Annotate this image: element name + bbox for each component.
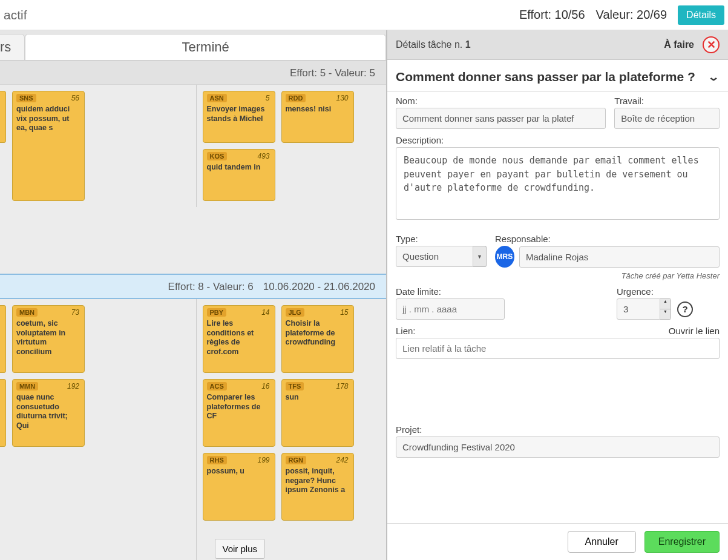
lane2-summary: Effort: 8 - Valeur: 6 xyxy=(168,281,254,293)
card-tag: ACS xyxy=(207,382,227,390)
card-number: 56 xyxy=(71,94,79,102)
card-tag: RDD xyxy=(286,94,306,102)
card-tag: ASN xyxy=(207,94,227,102)
card-number: 178 xyxy=(336,382,348,390)
task-description-input[interactable] xyxy=(396,147,720,220)
label-deadline: Date limite: xyxy=(396,286,505,297)
card-number: 14 xyxy=(261,308,269,317)
card-title: menses! nisi xyxy=(286,105,350,114)
task-card[interactable]: ACS 16 Comparer les plateformes de CF xyxy=(203,379,275,447)
task-responsible-input[interactable] xyxy=(519,246,720,268)
task-name-input[interactable] xyxy=(396,108,606,129)
number-spinner[interactable]: ▲▼ xyxy=(660,298,671,320)
card-title: possit, inquit, negare? Hunc ipsum Zenon… xyxy=(286,467,350,495)
card-tag: RGN xyxy=(286,456,306,464)
card-number: 16 xyxy=(261,382,269,390)
card-tag: PBY xyxy=(207,308,227,317)
card-title: Lire les conditions et règles de crof.co… xyxy=(207,319,271,357)
task-urgency-input[interactable] xyxy=(617,298,660,320)
card-number: 199 xyxy=(257,456,269,464)
card-title: Choisir la plateforme de crowdfunding xyxy=(286,319,350,348)
task-status: À faire xyxy=(664,39,694,50)
label-type: Type: xyxy=(396,234,487,244)
card-number: 130 xyxy=(336,94,348,102)
task-card[interactable]: RGN 242 possit, inquit, negare? Hunc ips… xyxy=(281,453,354,521)
card-title: Envoyer images stands à Michel xyxy=(207,105,271,124)
card-title: quid tandem in xyxy=(207,163,271,173)
card-tag: TFS xyxy=(286,382,304,390)
close-icon[interactable]: ✕ xyxy=(703,36,720,53)
card-tag: RHS xyxy=(207,456,227,464)
label-responsible: Responsable: xyxy=(495,234,720,244)
detail-header-title: Détails tâche n. 1 xyxy=(396,39,471,50)
task-project-input[interactable] xyxy=(396,436,720,458)
card-title: Comparer les plateformes de CF xyxy=(207,393,271,421)
label-project: Projet: xyxy=(396,424,720,435)
task-type-select[interactable] xyxy=(396,246,473,267)
label-description: Description: xyxy=(396,135,720,145)
label-name: Nom: xyxy=(396,96,606,106)
column-tab-partial[interactable]: rs xyxy=(0,34,25,60)
value-stat: Valeur: 20/69 xyxy=(596,8,667,22)
label-urgency: Urgence: xyxy=(617,286,720,297)
created-by-text: Tâche créé par Yetta Hester xyxy=(396,271,720,280)
card-number: 5 xyxy=(266,94,270,102)
cancel-button[interactable]: Annuler xyxy=(568,531,636,553)
task-card[interactable]: TFS 178 sun xyxy=(281,379,354,447)
partial-card-stub[interactable] xyxy=(0,305,6,373)
task-card[interactable]: ASN 5 Envoyer images stands à Michel xyxy=(203,91,275,143)
column-tab-termine[interactable]: Terminé xyxy=(25,34,386,60)
task-link-input[interactable] xyxy=(396,338,720,359)
task-deadline-input[interactable] xyxy=(396,298,505,320)
lane1-summary: Effort: 5 - Valeur: 5 xyxy=(290,67,375,79)
effort-stat: Effort: 10/56 xyxy=(519,8,585,22)
card-title: coetum, sic voluptatem in virtutum conci… xyxy=(16,319,80,357)
task-card[interactable]: MMN 192 quae nunc consuetudo diuturna tr… xyxy=(12,379,85,447)
task-card[interactable]: PBY 14 Lire les conditions et règles de … xyxy=(203,305,275,373)
card-tag: MMN xyxy=(16,382,38,390)
label-link: Lien: xyxy=(396,326,416,336)
partial-card-stub[interactable] xyxy=(0,379,6,447)
task-work-input[interactable] xyxy=(614,108,720,129)
lane2-dates: 10.06.2020 - 21.06.2020 xyxy=(263,281,375,293)
card-title: quidem adduci vix possum, ut ea, quae s xyxy=(16,105,80,133)
open-link-action[interactable]: Ouvrir le lien xyxy=(669,326,720,336)
card-number: 242 xyxy=(336,456,348,464)
task-card[interactable]: RDD 130 menses! nisi xyxy=(281,91,354,143)
task-card[interactable]: KOS 493 quid tandem in xyxy=(203,149,275,201)
show-more-button[interactable]: Voir plus xyxy=(215,539,266,559)
chevron-down-icon[interactable]: ⌄ xyxy=(707,71,720,83)
chevron-down-icon[interactable]: ▼ xyxy=(473,246,487,267)
card-number: 493 xyxy=(257,152,269,160)
card-tag: JLG xyxy=(286,308,304,317)
partial-card-stub[interactable] xyxy=(0,91,6,143)
task-title: Comment donner sans passer par la platef… xyxy=(396,70,695,84)
task-card[interactable]: SNS 56 quidem adduci vix possum, ut ea, … xyxy=(12,91,85,201)
save-button[interactable]: Enregistrer xyxy=(644,531,720,553)
details-button[interactable]: Détails xyxy=(678,5,724,25)
label-work: Travail: xyxy=(614,96,720,106)
sprint-title: actif xyxy=(4,8,27,22)
card-title: quae nunc consuetudo diuturna trivit; Qu… xyxy=(16,393,80,431)
avatar: MRS xyxy=(495,246,514,268)
card-number: 73 xyxy=(71,308,79,317)
task-card[interactable]: JLG 15 Choisir la plateforme de crowdfun… xyxy=(281,305,354,373)
card-tag: SNS xyxy=(16,94,36,102)
task-card[interactable]: RHS 199 possum, u xyxy=(203,453,275,521)
card-title: possum, u xyxy=(207,467,271,476)
card-number: 15 xyxy=(340,308,348,317)
card-number: 192 xyxy=(67,382,79,390)
card-tag: MBN xyxy=(16,308,38,317)
task-card[interactable]: MBN 73 coetum, sic voluptatem in virtutu… xyxy=(12,305,85,373)
card-title: sun xyxy=(286,393,350,403)
help-icon[interactable]: ? xyxy=(677,301,693,317)
card-tag: KOS xyxy=(207,152,228,160)
